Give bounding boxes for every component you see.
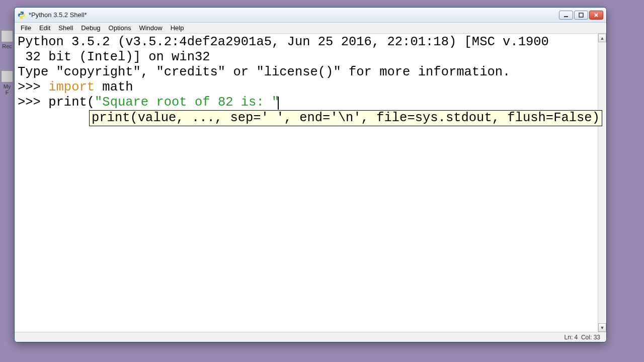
call-tip-tooltip: print(value, ..., sep=' ', end='\n', fil… xyxy=(89,110,602,126)
menu-file[interactable]: File xyxy=(17,23,35,33)
menu-shell[interactable]: Shell xyxy=(54,23,77,33)
minimize-button[interactable] xyxy=(559,11,573,20)
menu-help[interactable]: Help xyxy=(167,23,188,33)
python-icon xyxy=(18,11,26,19)
menu-window[interactable]: Window xyxy=(135,23,166,33)
status-line-label: Ln: xyxy=(565,334,573,341)
recycle-bin-icon xyxy=(1,30,13,42)
scroll-down-button[interactable]: ▼ xyxy=(598,323,606,332)
status-col-label: Col: xyxy=(581,334,592,341)
menu-edit[interactable]: Edit xyxy=(35,23,54,33)
python-shell-window: *Python 3.5.2 Shell* File Edit Shell Deb… xyxy=(14,7,607,342)
status-col-value: 33 xyxy=(594,334,600,341)
menu-debug[interactable]: Debug xyxy=(77,23,104,33)
folder-icon xyxy=(1,70,13,82)
desktop-icon-label: Rec xyxy=(1,43,13,49)
menubar: File Edit Shell Debug Options Window Hel… xyxy=(15,23,606,34)
scroll-track[interactable] xyxy=(598,42,606,323)
window-title: *Python 3.5.2 Shell* xyxy=(29,11,558,19)
svg-point-1 xyxy=(23,17,23,18)
close-button[interactable] xyxy=(589,11,603,20)
maximize-button[interactable] xyxy=(574,11,588,20)
scroll-up-button[interactable]: ▲ xyxy=(598,34,606,42)
shell-editor[interactable]: Python 3.5.2 (v3.5.2:4def2a2901a5, Jun 2… xyxy=(15,34,598,332)
desktop-icon[interactable]: My F xyxy=(1,70,13,96)
titlebar[interactable]: *Python 3.5.2 Shell* xyxy=(15,8,606,23)
svg-rect-2 xyxy=(564,16,568,17)
desktop-icon-label: My F xyxy=(1,83,13,96)
window-controls xyxy=(558,11,603,20)
svg-rect-3 xyxy=(579,13,583,17)
status-line-value: 4 xyxy=(575,334,578,341)
svg-point-0 xyxy=(20,12,21,13)
menu-options[interactable]: Options xyxy=(105,23,135,33)
statusbar: Ln: 4 Col: 33 xyxy=(15,332,606,342)
vertical-scrollbar[interactable]: ▲ ▼ xyxy=(598,34,606,332)
desktop-icon[interactable]: Rec xyxy=(1,30,13,49)
editor-area: Python 3.5.2 (v3.5.2:4def2a2901a5, Jun 2… xyxy=(15,34,606,332)
